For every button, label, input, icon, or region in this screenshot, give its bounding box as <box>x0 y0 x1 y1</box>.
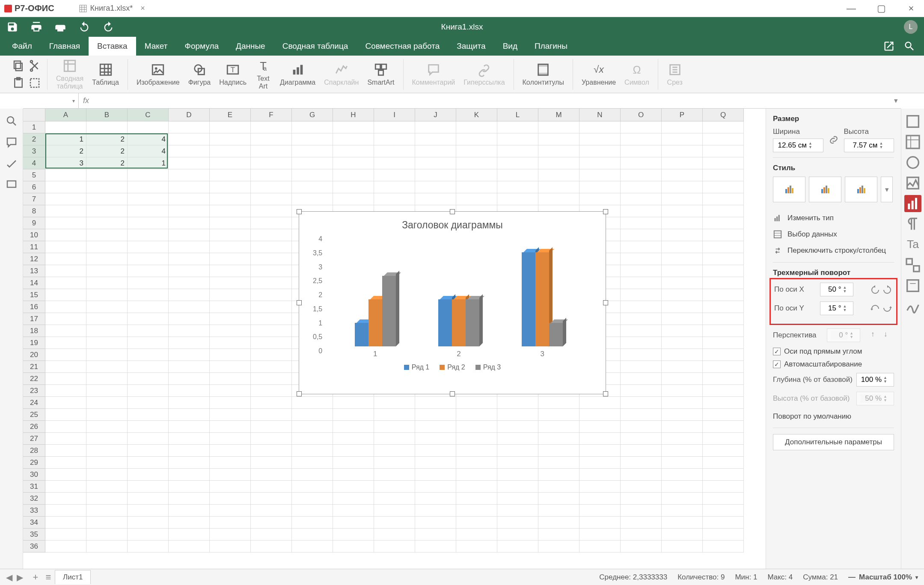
cell[interactable] <box>251 421 292 433</box>
sheet-prev-icon[interactable]: ◀ <box>6 572 12 582</box>
cell[interactable] <box>251 433 292 445</box>
cell[interactable] <box>86 397 128 409</box>
cell[interactable] <box>128 169 169 181</box>
cell[interactable] <box>128 229 169 241</box>
cell[interactable] <box>703 301 744 313</box>
cell[interactable] <box>662 325 703 337</box>
cell[interactable] <box>251 157 292 169</box>
cell[interactable] <box>333 133 374 145</box>
resize-handle-ml[interactable] <box>297 300 302 305</box>
slicer-button[interactable]: Срез <box>664 61 686 88</box>
cell[interactable] <box>579 397 621 409</box>
cell[interactable] <box>456 433 497 445</box>
cell[interactable] <box>456 169 497 181</box>
cell[interactable] <box>538 133 579 145</box>
cell[interactable] <box>169 469 210 481</box>
cell[interactable] <box>456 181 497 193</box>
col-header[interactable]: A <box>45 109 86 121</box>
cell[interactable] <box>703 325 744 337</box>
menu-data[interactable]: Данные <box>227 37 274 56</box>
cell[interactable] <box>579 469 621 481</box>
cell[interactable] <box>210 205 251 217</box>
cell[interactable] <box>703 493 744 505</box>
cell[interactable] <box>292 169 333 181</box>
row-header[interactable]: 23 <box>23 385 45 397</box>
cell[interactable] <box>538 409 579 421</box>
style-more-icon[interactable]: ▾ <box>881 177 893 202</box>
cell[interactable] <box>210 169 251 181</box>
cell[interactable] <box>86 361 128 373</box>
cell[interactable] <box>662 481 703 493</box>
col-header[interactable]: E <box>210 109 251 121</box>
cell[interactable] <box>45 481 86 493</box>
cell[interactable] <box>333 529 374 541</box>
cell[interactable] <box>662 541 703 552</box>
cell[interactable] <box>251 505 292 517</box>
cell[interactable] <box>45 205 86 217</box>
pivot-settings-icon[interactable] <box>904 257 921 274</box>
cell[interactable] <box>128 313 169 325</box>
cell[interactable] <box>210 373 251 385</box>
cell[interactable] <box>703 181 744 193</box>
cell[interactable] <box>415 409 456 421</box>
save-icon[interactable] <box>6 21 18 33</box>
spreadsheet-grid[interactable]: ABCDEFGHIJKLMNOPQ12345678910111213141516… <box>23 109 766 569</box>
cell[interactable] <box>538 157 579 169</box>
cell[interactable] <box>497 493 538 505</box>
advanced-settings-button[interactable]: Дополнительные параметры <box>773 434 894 450</box>
cell[interactable] <box>333 481 374 493</box>
cell[interactable] <box>621 361 662 373</box>
cell[interactable] <box>251 349 292 361</box>
cell[interactable] <box>210 265 251 277</box>
cell[interactable] <box>662 301 703 313</box>
cell[interactable] <box>374 169 415 181</box>
cell[interactable] <box>45 325 86 337</box>
cell[interactable] <box>538 517 579 529</box>
cell[interactable] <box>169 445 210 457</box>
cell[interactable] <box>415 169 456 181</box>
cell[interactable] <box>703 457 744 469</box>
cell[interactable] <box>128 469 169 481</box>
cell[interactable] <box>662 349 703 361</box>
cell[interactable] <box>703 445 744 457</box>
row-header[interactable]: 24 <box>23 397 45 409</box>
cell[interactable] <box>662 361 703 373</box>
cell[interactable] <box>128 541 169 552</box>
cell[interactable] <box>703 289 744 301</box>
cell[interactable]: 1 <box>45 133 86 145</box>
cell[interactable] <box>374 421 415 433</box>
cell[interactable] <box>579 481 621 493</box>
cell[interactable] <box>333 121 374 133</box>
cell[interactable] <box>251 397 292 409</box>
cell[interactable] <box>86 445 128 457</box>
cell[interactable] <box>169 301 210 313</box>
resize-handle-tl[interactable] <box>297 209 302 214</box>
cell[interactable] <box>662 445 703 457</box>
style-thumb-1[interactable] <box>773 177 805 202</box>
smartart-button[interactable]: SmartArt <box>365 61 397 88</box>
cell[interactable] <box>621 373 662 385</box>
cell[interactable] <box>374 133 415 145</box>
cell[interactable] <box>251 121 292 133</box>
formula-expand-icon[interactable]: ▾ <box>891 96 901 105</box>
cell[interactable] <box>292 181 333 193</box>
cell[interactable] <box>169 361 210 373</box>
menu-formula[interactable]: Формула <box>176 37 227 56</box>
cell[interactable] <box>333 541 374 552</box>
cell[interactable] <box>374 469 415 481</box>
close-tab-icon[interactable]: × <box>140 4 145 13</box>
row-header[interactable]: 13 <box>23 265 45 277</box>
col-header[interactable]: M <box>538 109 579 121</box>
cell[interactable] <box>251 325 292 337</box>
cell[interactable] <box>251 217 292 229</box>
cell[interactable] <box>621 517 662 529</box>
cell[interactable] <box>210 541 251 552</box>
cell[interactable] <box>86 421 128 433</box>
cell[interactable] <box>662 181 703 193</box>
cell[interactable] <box>374 541 415 552</box>
cell[interactable] <box>662 205 703 217</box>
cell[interactable] <box>415 133 456 145</box>
cell[interactable] <box>169 169 210 181</box>
cell[interactable] <box>128 457 169 469</box>
cell[interactable] <box>538 541 579 552</box>
